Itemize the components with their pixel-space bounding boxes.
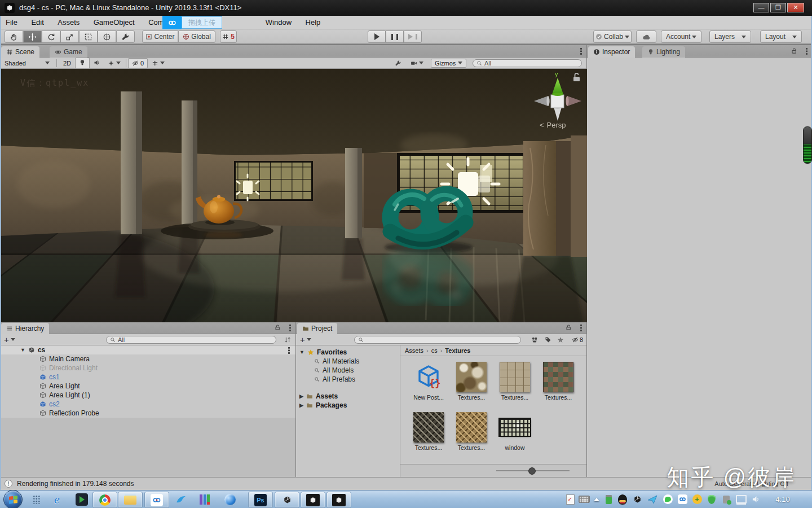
favorite-all-models[interactable]: All Models	[296, 366, 400, 375]
menu-edit[interactable]: Edit	[25, 16, 49, 29]
netdisk-upload-overlay[interactable]: 拖拽上传	[162, 16, 222, 29]
tray-360-safe-icon[interactable]: +	[690, 492, 704, 507]
scale-tool-button[interactable]	[60, 30, 79, 43]
menu-gameobject[interactable]: GameObject	[88, 16, 140, 29]
layers-dropdown[interactable]: Layers	[709, 30, 751, 43]
photoshop-icon[interactable]: Ps	[248, 492, 273, 508]
tab-lighting[interactable]: Lighting	[642, 46, 685, 58]
tray-notes-icon[interactable]: ✓	[564, 492, 576, 507]
asset-texture-metal-dark[interactable]: Textures...	[411, 411, 447, 451]
start-button[interactable]	[3, 490, 23, 508]
asset-texture-checker[interactable]: Textures...	[540, 361, 576, 401]
tab-hierarchy[interactable]: Hierarchy	[1, 323, 49, 334]
scene-fx-dropdown[interactable]	[104, 60, 124, 67]
tray-usb-icon[interactable]	[602, 492, 615, 507]
move-tool-button[interactable]	[23, 30, 42, 43]
step-button[interactable]	[404, 30, 422, 43]
project-menu-icon[interactable]	[580, 324, 582, 331]
account-dropdown[interactable]: Account	[661, 30, 701, 43]
collab-button[interactable]: Collab	[593, 30, 632, 43]
filter-by-type-icon[interactable]	[531, 336, 538, 343]
scene-audio-toggle[interactable]	[90, 59, 104, 67]
cloud-button[interactable]	[636, 30, 656, 43]
scene-viewport[interactable]: y <Persp V信：qtpl_wx	[0, 69, 587, 322]
netdisk-icon[interactable]	[162, 16, 182, 29]
gizmos-dropdown[interactable]: Gizmos	[431, 59, 466, 68]
unity-window-1-icon[interactable]	[275, 492, 299, 508]
hierarchy-search-input[interactable]: All	[106, 336, 276, 344]
project-create-button[interactable]: +	[296, 335, 315, 344]
packages-folder[interactable]: ▶Packages	[296, 401, 400, 410]
asset-texture-tiles[interactable]: Textures...	[497, 361, 533, 401]
restore-button[interactable]: ❐	[770, 3, 786, 12]
menu-help[interactable]: Help	[300, 16, 326, 29]
hierarchy-menu-icon[interactable]	[289, 324, 291, 331]
scene-panel-menu-icon[interactable]	[580, 47, 582, 55]
minimize-button[interactable]: —	[753, 3, 769, 12]
hierarchy-create-button[interactable]: +	[0, 335, 19, 344]
custom-tool-button[interactable]	[116, 30, 135, 43]
asset-texture-window[interactable]: window	[497, 411, 533, 451]
hierarchy-item-area-light[interactable]: Area Light	[0, 382, 295, 391]
scene-camera-dropdown[interactable]	[411, 60, 423, 67]
breadcrumb-assets[interactable]: Assets	[405, 347, 423, 354]
perspective-toggle[interactable]: <Persp	[540, 121, 566, 129]
scene-grid-dropdown[interactable]	[148, 60, 169, 67]
rotate-tool-button[interactable]	[42, 30, 60, 43]
project-lock-icon[interactable]	[565, 324, 572, 331]
baidu-netdisk-taskbar-icon[interactable]	[144, 492, 169, 508]
tray-power-icon[interactable]	[720, 492, 733, 507]
transform-tool-button[interactable]	[98, 30, 116, 43]
favorite-all-materials[interactable]: All Materials	[296, 357, 400, 366]
asset-texture-grunge[interactable]: Textures...	[453, 361, 489, 401]
unity-window-2-icon[interactable]	[301, 492, 325, 508]
tab-project[interactable]: Project	[297, 323, 337, 334]
pivot-toggle-button[interactable]: Center	[142, 30, 178, 43]
close-button[interactable]: ✕	[787, 3, 804, 12]
screen-edge-widget[interactable]	[803, 126, 812, 164]
chrome-icon[interactable]	[92, 492, 117, 508]
scene-hidden-count-toggle[interactable]: 0	[128, 58, 148, 68]
play-button[interactable]	[368, 30, 386, 43]
tray-unity-icon[interactable]	[630, 492, 644, 507]
scene-tools-icon[interactable]	[395, 60, 401, 67]
hierarchy-item-area-light-1[interactable]: Area Light (1)	[0, 391, 295, 400]
hierarchy-item-main-camera[interactable]: Main Camera	[0, 354, 295, 364]
tray-volume-icon[interactable]	[749, 492, 762, 507]
explorer-icon[interactable]	[118, 492, 143, 508]
asset-texture-metal-tan[interactable]: Textures...	[453, 411, 489, 451]
tray-plane-icon[interactable]	[645, 492, 660, 507]
scene-search-input[interactable]: All	[473, 59, 582, 67]
menu-window[interactable]: Window	[260, 16, 297, 29]
menu-file[interactable]: File	[0, 16, 23, 29]
scene-lighting-toggle[interactable]	[75, 58, 90, 69]
tray-wechat-icon[interactable]	[661, 492, 674, 507]
favorites-folder[interactable]: ▼Favorites	[296, 348, 400, 357]
layout-dropdown[interactable]: Layout	[760, 30, 802, 43]
menu-assets[interactable]: Assets	[52, 16, 85, 29]
inspector-menu-icon[interactable]	[806, 47, 807, 55]
internet-explorer-icon[interactable]: e	[48, 492, 65, 507]
breadcrumb-cs[interactable]: cs	[431, 347, 438, 354]
2d-toggle[interactable]: 2D	[59, 60, 75, 67]
tab-scene[interactable]: Scene	[1, 46, 39, 58]
hierarchy-item-directional-light[interactable]: Directional Light	[0, 364, 295, 373]
axis-y-label[interactable]: y	[555, 71, 558, 77]
bird-app-icon[interactable]	[171, 492, 191, 507]
pinned-dots-icon[interactable]	[30, 492, 43, 507]
scene-foldout-icon[interactable]: ▼	[20, 347, 25, 353]
tab-inspector[interactable]: Inspector	[588, 46, 635, 58]
breadcrumb-textures[interactable]: Textures	[445, 347, 470, 354]
filter-by-favorite-icon[interactable]	[557, 336, 564, 343]
tray-netdisk-icon[interactable]	[676, 492, 689, 507]
hierarchy-lock-icon[interactable]	[274, 324, 281, 331]
tray-qq-icon[interactable]	[616, 492, 629, 507]
hand-tool-button[interactable]	[5, 30, 23, 43]
assets-folder[interactable]: ▶Assets	[296, 392, 400, 401]
scene-row-menu-icon[interactable]	[288, 347, 290, 354]
winrar-icon[interactable]	[195, 492, 215, 507]
hierarchy-scene-row[interactable]: ▼ cs	[0, 345, 295, 354]
rect-tool-button[interactable]	[79, 30, 98, 43]
shading-mode-dropdown[interactable]: Shaded	[0, 60, 54, 67]
hierarchy-item-cs2[interactable]: cs2	[0, 400, 295, 409]
